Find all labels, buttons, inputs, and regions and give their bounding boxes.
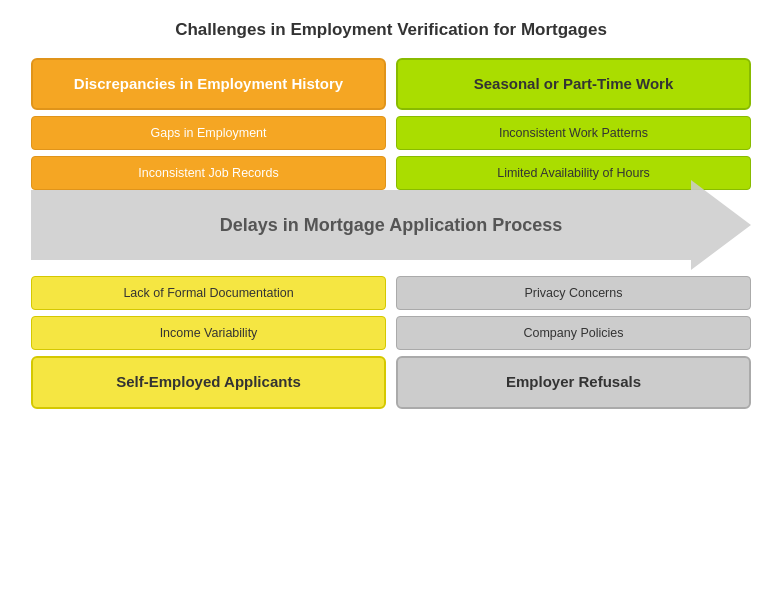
left-top-col: Discrepancies in Employment History Gaps… bbox=[31, 58, 386, 172]
right-bottom-col: Privacy Concerns Company Policies Employ… bbox=[396, 276, 751, 408]
seasonal-work-header: Seasonal or Part-Time Work bbox=[396, 58, 751, 110]
right-top-col: Seasonal or Part-Time Work Inconsistent … bbox=[396, 58, 751, 172]
diagram: Discrepancies in Employment History Gaps… bbox=[31, 58, 751, 409]
discrepancies-header: Discrepancies in Employment History bbox=[31, 58, 386, 110]
bottom-section: Lack of Formal Documentation Income Vari… bbox=[31, 276, 751, 408]
left-bottom-col: Lack of Formal Documentation Income Vari… bbox=[31, 276, 386, 408]
inconsistent-work-patterns: Inconsistent Work Patterns bbox=[396, 116, 751, 150]
arrow-label: Delays in Mortgage Application Process bbox=[220, 215, 562, 236]
privacy-concerns: Privacy Concerns bbox=[396, 276, 751, 310]
chart-title: Challenges in Employment Verification fo… bbox=[30, 20, 752, 40]
arrow-row: Delays in Mortgage Application Process bbox=[31, 180, 751, 270]
gaps-employment: Gaps in Employment bbox=[31, 116, 386, 150]
top-section: Discrepancies in Employment History Gaps… bbox=[31, 58, 751, 172]
employer-refusals-header: Employer Refusals bbox=[396, 356, 751, 408]
self-employed-header: Self-Employed Applicants bbox=[31, 356, 386, 408]
company-policies: Company Policies bbox=[396, 316, 751, 350]
income-variability: Income Variability bbox=[31, 316, 386, 350]
lack-formal-doc: Lack of Formal Documentation bbox=[31, 276, 386, 310]
main-container: Challenges in Employment Verification fo… bbox=[0, 0, 782, 614]
